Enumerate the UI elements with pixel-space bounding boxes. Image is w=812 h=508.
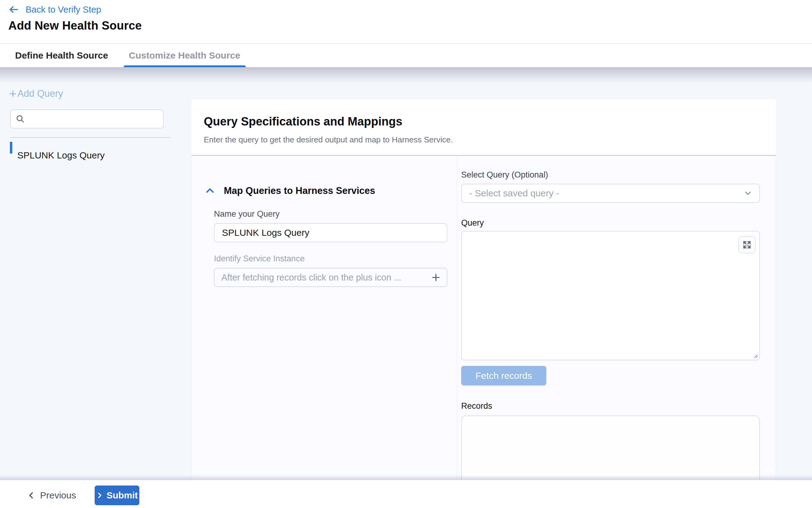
card-title: Query Specifications and Mappings [204,115,776,128]
tab-customize-health-source[interactable]: Customize Health Source [124,44,246,67]
footer-bar: Previous Submit [0,480,812,508]
identify-service-label: Identify Service Instance [214,254,457,263]
previous-button[interactable]: Previous [27,490,76,501]
map-queries-section-toggle[interactable]: Map Queries to Harness Services [205,185,457,196]
content-area: + Add Query SPLUNK Logs Query Query Spec… [0,67,812,480]
identify-service-field [214,268,447,287]
app-header: Back to Verify Step Add New Health Sourc… [0,0,812,43]
add-query-button[interactable]: + Add Query [9,88,63,99]
select-saved-query-value: - Select saved query - [469,188,559,199]
chevron-right-icon [96,492,103,499]
section-title: Map Queries to Harness Services [224,185,375,196]
submit-button[interactable]: Submit [95,485,139,505]
card-body: Map Queries to Harness Services Name you… [191,156,776,480]
tab-customize-label: Customize Health Source [129,50,241,61]
expand-icon [742,240,752,249]
identify-service-input[interactable] [214,268,447,287]
selected-indicator-bar [10,142,12,154]
query-label: Query [461,218,760,228]
query-textarea[interactable] [462,231,759,360]
query-spec-card: Query Specifications and Mappings Enter … [191,99,776,480]
name-query-label: Name your Query [214,209,457,219]
expand-query-button[interactable] [738,236,756,253]
card-header: Query Specifications and Mappings Enter … [191,99,776,156]
query-sidebar: + Add Query SPLUNK Logs Query [0,67,188,480]
card-subtitle: Enter the query to get the desired outpu… [204,135,776,144]
tab-define-health-source[interactable]: Define Health Source [15,44,108,67]
sidebar-divider [10,137,170,138]
plus-icon [431,272,441,282]
previous-label: Previous [40,490,76,501]
resize-handle-icon[interactable] [753,353,758,358]
records-panel [461,416,760,480]
select-saved-query-dropdown[interactable]: - Select saved query - [461,184,760,203]
back-arrow-icon [8,4,19,15]
chevron-up-icon [205,185,215,196]
query-search-box [10,110,164,129]
plus-icon: + [9,89,16,98]
page-title: Add New Health Source [8,19,142,32]
chevron-down-icon [743,188,753,198]
map-queries-column: Map Queries to Harness Services Name you… [192,156,457,480]
submit-label: Submit [106,490,138,501]
tab-bar: Define Health Source Customize Health So… [0,44,812,67]
query-item-label: SPLUNK Logs Query [17,150,104,161]
sidebar-item-splunk-logs-query[interactable]: SPLUNK Logs Query [10,142,104,154]
search-icon [16,114,25,124]
add-service-instance-button[interactable] [430,271,442,283]
back-link-label: Back to Verify Step [26,5,101,15]
footer-inner: Previous Submit [0,480,812,508]
fetch-records-button[interactable]: Fetch records [461,366,546,385]
query-column: Select Query (Optional) - Select saved q… [457,156,776,480]
query-editor [461,231,760,361]
name-query-input[interactable] [214,223,447,242]
query-search-input[interactable] [25,110,163,128]
back-to-verify-link[interactable]: Back to Verify Step [8,4,101,15]
add-query-label: Add Query [17,88,63,99]
records-label: Records [461,401,760,411]
select-query-label: Select Query (Optional) [461,170,760,180]
chevron-left-icon [27,491,36,500]
